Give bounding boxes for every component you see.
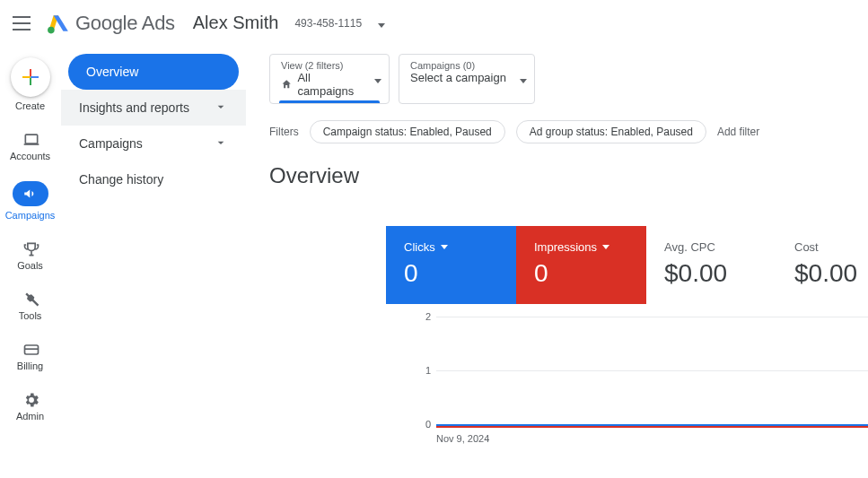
rail-goals-label: Goals (17, 260, 43, 271)
caret-down-icon (520, 71, 527, 87)
google-ads-logo-icon (47, 12, 70, 35)
rail-billing[interactable]: Billing (0, 337, 60, 375)
nav-change-history[interactable]: Change history (61, 161, 246, 197)
page-title: Overview (269, 163, 868, 188)
rail-accounts[interactable]: Accounts (0, 127, 60, 165)
side-nav: Overview Insights and reports Campaigns … (61, 54, 246, 197)
account-id: 493-458-1115 (294, 17, 362, 30)
nav-campaigns[interactable]: Campaigns (61, 126, 246, 161)
rail-create-label: Create (15, 100, 45, 111)
nav-campaigns-label: Campaigns (79, 136, 143, 151)
rail-accounts-label: Accounts (10, 151, 50, 161)
campaign-selector-label: Campaigns (0) (410, 60, 507, 71)
nav-change-history-label: Change history (79, 172, 163, 187)
nav-insights[interactable]: Insights and reports (61, 90, 246, 126)
caret-down-icon (374, 71, 381, 87)
metric-cost[interactable]: Cost $0.00 (776, 226, 868, 304)
account-switcher-caret[interactable] (378, 15, 385, 31)
home-icon (281, 78, 292, 91)
view-selector-label: View (2 filters) (281, 60, 362, 71)
main-content: View (2 filters) All campaigns Campaigns… (269, 54, 868, 188)
svg-point-0 (48, 26, 55, 33)
filter-chip-adgroup-status[interactable]: Ad group status: Enabled, Paused (516, 120, 706, 143)
card-icon (22, 341, 39, 357)
scorecard: Clicks 0 Impressions 0 Avg. CPC $0.00 Co… (386, 226, 868, 456)
chart-gridline (436, 317, 868, 317)
chart-xlabel: Nov 9, 2024 (436, 433, 489, 444)
metric-clicks[interactable]: Clicks 0 (386, 226, 516, 304)
rail-admin[interactable]: Admin (0, 387, 60, 425)
view-selector[interactable]: View (2 filters) All campaigns (269, 54, 390, 104)
rail-campaigns-pill (13, 181, 48, 206)
filters-label: Filters (269, 126, 299, 138)
rail-tools-label: Tools (19, 310, 42, 321)
caret-down-icon (378, 23, 385, 28)
add-filter-button[interactable]: Add filter (717, 126, 759, 138)
chevron-down-icon (214, 135, 228, 152)
brand-text: Google Ads (75, 12, 175, 35)
metric-cpc-value: $0.00 (664, 259, 758, 288)
svg-rect-1 (25, 135, 37, 143)
chart-ytick: 0 (425, 419, 431, 430)
megaphone-icon (22, 186, 39, 202)
metric-clicks-label: Clicks (404, 240, 435, 254)
metric-cost-label: Cost (794, 240, 819, 254)
svg-rect-4 (24, 348, 38, 350)
nav-overview[interactable]: Overview (68, 54, 239, 90)
metric-avg-cpc[interactable]: Avg. CPC $0.00 (646, 226, 776, 304)
filter-chip-campaign-status[interactable]: Campaign status: Enabled, Paused (310, 120, 505, 143)
rail-create[interactable]: Create (0, 54, 60, 115)
metric-impressions[interactable]: Impressions 0 (516, 226, 646, 304)
rail-campaigns-label: Campaigns (5, 210, 56, 221)
plus-icon (22, 69, 39, 85)
main-menu-icon[interactable] (13, 13, 34, 34)
tools-icon (22, 291, 39, 307)
metric-impressions-label: Impressions (534, 240, 597, 254)
chevron-down-icon (214, 100, 228, 117)
rail-billing-label: Billing (17, 361, 43, 371)
view-selector-value: All campaigns (297, 71, 362, 98)
chart-ytick: 1 (425, 365, 431, 376)
create-fab[interactable] (11, 57, 50, 97)
metric-cpc-label: Avg. CPC (664, 240, 715, 254)
chart-gridline (436, 370, 868, 371)
svg-rect-2 (23, 143, 39, 145)
chart-area: 2 1 0 Nov 9, 2024 (386, 304, 868, 456)
account-name[interactable]: Alex Smith (193, 13, 279, 33)
rail-admin-label: Admin (16, 411, 44, 422)
nav-insights-label: Insights and reports (79, 100, 189, 115)
metric-clicks-value: 0 (404, 259, 498, 288)
rail-campaigns[interactable]: Campaigns (0, 178, 60, 224)
campaign-selector-value: Select a campaign (410, 71, 506, 84)
rail-goals[interactable]: Goals (0, 237, 60, 274)
caret-down-icon (441, 245, 448, 249)
nav-overview-label: Overview (86, 65, 138, 79)
gear-icon (22, 391, 39, 407)
chart-line-clicks (436, 424, 868, 426)
trophy-icon (22, 240, 39, 256)
chart-ytick: 2 (425, 311, 431, 322)
metric-impressions-value: 0 (534, 259, 628, 288)
product-logo[interactable]: Google Ads (47, 12, 175, 35)
accounts-icon (22, 131, 39, 147)
caret-down-icon (602, 245, 609, 249)
metric-cost-value: $0.00 (794, 259, 868, 288)
left-rail: Create Accounts Campaigns Goals Tools Bi… (0, 47, 61, 478)
chart-line-impressions (436, 426, 868, 428)
rail-tools[interactable]: Tools (0, 287, 60, 325)
campaign-selector[interactable]: Campaigns (0) Select a campaign (399, 54, 535, 104)
